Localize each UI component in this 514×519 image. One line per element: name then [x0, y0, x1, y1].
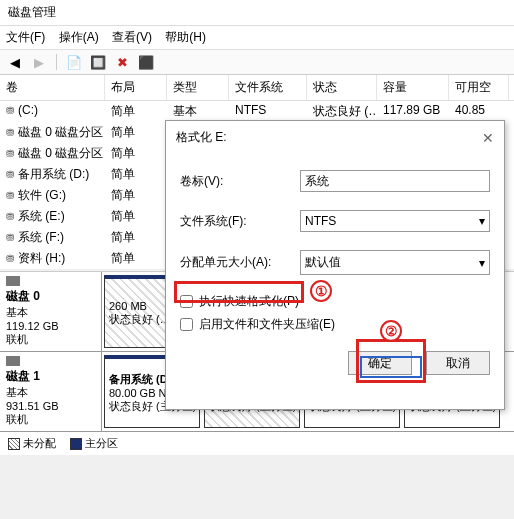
list-header: 卷 布局 类型 文件系统 状态 容量 可用空	[0, 75, 514, 101]
chevron-down-icon: ▾	[479, 256, 485, 270]
compress-label: 启用文件和文件夹压缩(E)	[199, 316, 335, 333]
ok-button[interactable]: 确定	[348, 351, 412, 375]
menu-view[interactable]: 查看(V)	[112, 30, 152, 44]
vol-label: 卷标(V):	[180, 173, 300, 190]
header-vol[interactable]: 卷	[0, 75, 105, 100]
format-dialog: 格式化 E: ✕ 卷标(V): 文件系统(F): NTFS▾ 分配单元大小(A)…	[165, 120, 505, 410]
delete-icon[interactable]: ✖	[113, 53, 131, 71]
menu-file[interactable]: 文件(F)	[6, 30, 45, 44]
legend-primary-icon	[70, 438, 82, 450]
vol-input[interactable]	[300, 170, 490, 192]
separator	[56, 54, 57, 70]
menu-action[interactable]: 操作(A)	[59, 30, 99, 44]
dialog-title: 格式化 E:	[176, 129, 227, 146]
menu-help[interactable]: 帮助(H)	[165, 30, 206, 44]
properties-icon[interactable]: 🔲	[89, 53, 107, 71]
legend-primary: 主分区	[85, 437, 118, 449]
chevron-down-icon: ▾	[479, 214, 485, 228]
refresh-icon[interactable]: 📄	[65, 53, 83, 71]
back-icon[interactable]: ◀	[6, 53, 24, 71]
help-icon[interactable]: ⬛	[137, 53, 155, 71]
table-row[interactable]: (C:)简单基本NTFS状态良好 (…117.89 GB40.85	[0, 101, 514, 122]
header-type[interactable]: 类型	[167, 75, 229, 100]
legend-unalloc: 未分配	[23, 437, 56, 449]
menubar: 文件(F) 操作(A) 查看(V) 帮助(H)	[0, 26, 514, 50]
forward-icon[interactable]: ▶	[30, 53, 48, 71]
alloc-select[interactable]: 默认值▾	[300, 250, 490, 275]
header-fs[interactable]: 文件系统	[229, 75, 307, 100]
quick-format-label: 执行快速格式化(P)	[199, 293, 299, 310]
fs-label: 文件系统(F):	[180, 213, 300, 230]
header-status[interactable]: 状态	[307, 75, 377, 100]
window-title: 磁盘管理	[0, 0, 514, 26]
header-free[interactable]: 可用空	[449, 75, 509, 100]
quick-format-checkbox[interactable]	[180, 295, 193, 308]
header-layout[interactable]: 布局	[105, 75, 167, 100]
legend-unalloc-icon	[8, 438, 20, 450]
header-cap[interactable]: 容量	[377, 75, 449, 100]
fs-select[interactable]: NTFS▾	[300, 210, 490, 232]
legend: 未分配 主分区	[0, 432, 514, 455]
alloc-label: 分配单元大小(A):	[180, 254, 300, 271]
cancel-button[interactable]: 取消	[426, 351, 490, 375]
close-icon[interactable]: ✕	[482, 130, 494, 146]
compress-checkbox[interactable]	[180, 318, 193, 331]
toolbar: ◀ ▶ 📄 🔲 ✖ ⬛	[0, 50, 514, 75]
